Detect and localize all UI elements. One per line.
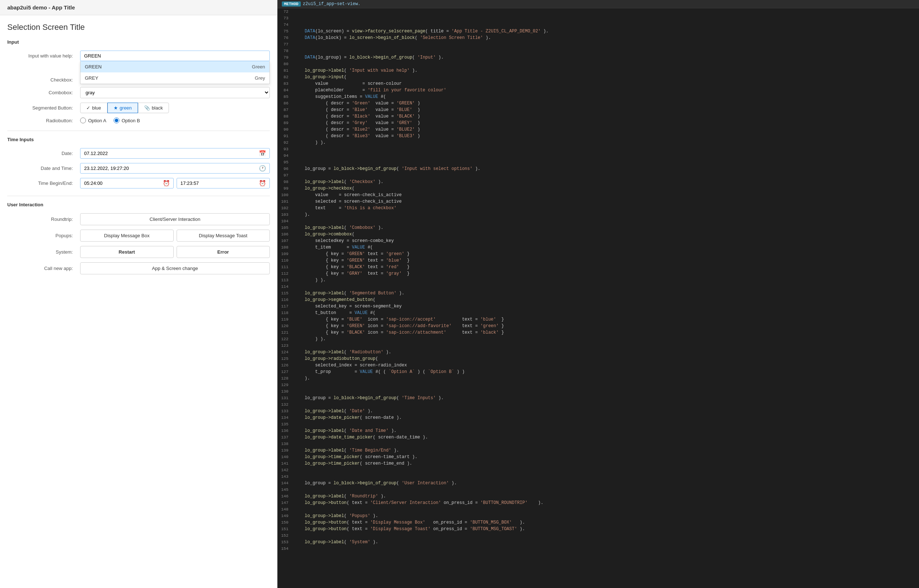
left-panel: abap2ui5 demo - App Title Selection Scre…	[0, 0, 277, 588]
code-line: 108 t_item = VALUE #(	[277, 244, 919, 251]
code-line: 153 lo_group->label( 'System' ).	[277, 539, 919, 546]
roundtrip-button[interactable]: Client/Server Interaction	[80, 213, 270, 225]
line-content: t_item = VALUE #(	[292, 244, 919, 251]
display-message-box-button[interactable]: Display Message Box	[80, 229, 174, 242]
datetime-input[interactable]	[80, 163, 270, 174]
code-line: 102 text = 'this is a checkbox'	[277, 205, 919, 212]
code-line: 117 selected_key = screen-segment_key	[277, 303, 919, 310]
seg-icon-black: 📎	[144, 105, 150, 111]
display-message-toast-button[interactable]: Display Message Toast	[176, 229, 270, 242]
code-line: 146 lo_group->label( 'Roundtrip' ).	[277, 493, 919, 499]
code-line: 101 selected = screen-check_is_active	[277, 198, 919, 205]
line-content	[292, 388, 919, 395]
code-line: 90 ( descr = 'Blue2' value = 'BLUE2' )	[277, 126, 919, 133]
date-input[interactable]	[80, 148, 270, 158]
line-content	[292, 8, 919, 15]
form-row-system: System: Restart Error	[7, 246, 270, 258]
line-content: selected_index = screen-radio_index	[292, 362, 919, 368]
line-content: lo_group->combobox(	[292, 231, 919, 237]
label-popups: Popups:	[7, 233, 80, 238]
call-new-app-wrap: App & Screen change	[80, 262, 270, 275]
code-line: 78	[277, 48, 919, 54]
line-content: lo_group->radiobutton_group(	[292, 355, 919, 362]
radio-input-b[interactable]	[113, 118, 120, 123]
line-content	[292, 342, 919, 349]
line-number: 127	[277, 368, 292, 375]
code-line: 85 suggestion_items = VALUE #(	[277, 94, 919, 100]
label-date: Date:	[7, 151, 80, 156]
radio-group: Option A Option B	[80, 118, 270, 123]
line-number: 143	[277, 473, 292, 480]
line-content: lo_group->button( text = 'Display Messag…	[292, 526, 919, 532]
app-screen-change-button[interactable]: App & Screen change	[80, 262, 270, 275]
time-start-input[interactable]	[80, 178, 174, 189]
form-row-radiobutton: Radiobutton: Option A Option B	[7, 118, 270, 123]
line-content: ) ).	[292, 139, 919, 146]
line-content: t_prop = VALUE #( ( `Option A` ) ( `Opti…	[292, 368, 919, 375]
line-number: 109	[277, 251, 292, 257]
line-content: lo_group->label( 'Popups' ).	[292, 513, 919, 519]
form-row-call-new-app: Call new app: App & Screen change	[7, 262, 270, 275]
page-content: Selection Screen Title Input Input with …	[0, 15, 277, 588]
line-content: lo_group->checkbox(	[292, 185, 919, 192]
line-content: lo_group->label( 'Roundtrip' ).	[292, 493, 919, 499]
time-end-input[interactable]	[176, 178, 270, 189]
radio-input-a[interactable]	[80, 118, 86, 123]
line-number: 74	[277, 21, 292, 28]
seg-btn-black[interactable]: 📎 black	[138, 103, 169, 113]
code-line: 143	[277, 473, 919, 480]
line-number: 107	[277, 237, 292, 244]
line-number: 89	[277, 120, 292, 126]
line-number: 154	[277, 546, 292, 552]
line-content	[292, 401, 919, 408]
line-number: 130	[277, 388, 292, 395]
code-line: 89 ( descr = 'Grey' value = 'GREY' )	[277, 120, 919, 126]
line-content: ).	[292, 375, 919, 382]
line-number: 118	[277, 310, 292, 316]
line-content: { key = 'BLACK' text = 'red' }	[292, 264, 919, 270]
dropdown-item-green[interactable]: GREEN Green	[81, 61, 269, 73]
line-content: lo_group = lo_block->begin_of_group( 'In…	[292, 166, 919, 172]
line-content: lo_group = lo_block->begin_of_group( 'Ti…	[292, 395, 919, 401]
time-end-icon[interactable]: ⏰	[259, 180, 266, 187]
section-input: Input Input with value help: GREEN Green…	[7, 39, 270, 123]
code-line: 111 { key = 'BLACK' text = 'red' }	[277, 264, 919, 270]
label-combobox: Combobox:	[7, 90, 80, 95]
app-title: abap2ui5 demo - App Title	[7, 4, 75, 11]
combobox-select[interactable]: green blue red gray	[80, 87, 270, 98]
system-wrap: Restart Error	[80, 246, 270, 258]
line-content: ) ).	[292, 277, 919, 283]
restart-button[interactable]: Restart	[80, 246, 174, 258]
line-content: value = screen-colour	[292, 81, 919, 87]
seg-btn-green[interactable]: ★ green	[107, 103, 138, 113]
time-start-icon[interactable]: ⏰	[163, 180, 170, 187]
code-line: 82 lo_group->input(	[277, 74, 919, 81]
code-line: 147 lo_group->button( text = 'Client/Ser…	[277, 499, 919, 506]
form-row-time-range: Time Begin/End: ⏰ ⏰	[7, 178, 270, 189]
line-number: 126	[277, 362, 292, 368]
time-range-wrap: ⏰ ⏰	[80, 178, 270, 189]
error-button[interactable]: Error	[176, 246, 270, 258]
line-content	[292, 546, 919, 552]
code-line: 141 lo_group->time_picker( screen-time_e…	[277, 460, 919, 467]
code-line: 73	[277, 15, 919, 21]
line-content: lo_group->label( 'Checkbox' ).	[292, 179, 919, 185]
line-number: 122	[277, 336, 292, 342]
line-number: 132	[277, 401, 292, 408]
dropdown-item-grey[interactable]: GREY Grey	[81, 73, 269, 84]
line-number: 84	[277, 87, 292, 94]
code-line: 118 t_button = VALUE #(	[277, 310, 919, 316]
calendar-icon[interactable]: 📅	[259, 150, 266, 157]
seg-btn-blue[interactable]: ✓ blue	[80, 103, 107, 113]
datetime-icon[interactable]: 🕐	[259, 165, 266, 172]
line-number: 141	[277, 460, 292, 467]
line-number: 80	[277, 61, 292, 67]
method-name: z2ui5_if_app~set-view.	[303, 2, 361, 6]
line-number: 100	[277, 192, 292, 198]
code-line: 72	[277, 8, 919, 15]
input-value-help[interactable]	[80, 50, 270, 61]
line-content: ( descr = 'Blue2' value = 'BLUE2' )	[292, 126, 919, 133]
line-number: 149	[277, 513, 292, 519]
line-number: 73	[277, 15, 292, 21]
line-content	[292, 532, 919, 539]
